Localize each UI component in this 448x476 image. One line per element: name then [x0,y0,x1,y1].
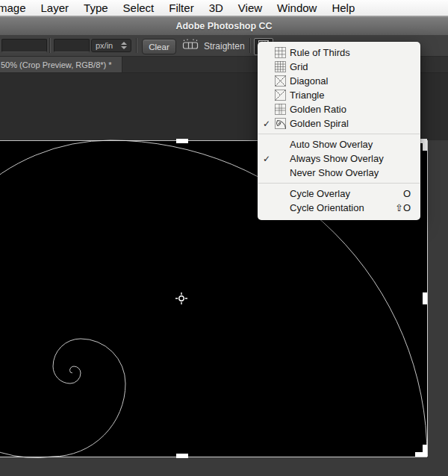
menu-item-label: Golden Spiral [290,118,420,129]
menu-item-label: Always Show Overlay [290,153,420,164]
overlay-options-menu: Rule of Thirds Grid Diagonal [258,42,420,220]
crop-width-field[interactable] [1,39,47,52]
menu-separator [258,134,420,134]
window-title: Adobe Photoshop CC [175,21,272,31]
menu-view[interactable]: View [231,1,270,14]
menu-item-diagonal[interactable]: Diagonal [258,74,420,88]
menu-filter[interactable]: Filter [161,1,201,14]
menu-item-never-show-overlay[interactable]: Never Show Overlay [258,166,420,180]
menu-type[interactable]: Type [76,1,116,14]
clear-button[interactable]: Clear [142,39,176,54]
photoshop-window: mage Layer Type Select Filter 3D View Wi… [0,0,448,476]
crop-handle-bottom[interactable] [176,454,188,458]
golden-ratio-icon [274,103,290,116]
checkmark: ✓ [258,119,274,129]
crop-handle-top-right[interactable] [423,139,427,151]
menu-item-label: Cycle Orientation [290,202,395,213]
diagonal-icon [274,75,290,87]
menu-item-label: Diagonal [290,75,420,87]
unit-label: px/in [96,41,113,50]
triangle-icon [274,89,290,101]
menu-item-rule-of-thirds[interactable]: Rule of Thirds [258,46,420,60]
menu-3d[interactable]: 3D [202,1,231,14]
golden-spiral-icon [274,117,290,130]
straighten-level-icon [181,38,199,54]
document-tab[interactable]: 50% (Crop Preview, RGB/8*) * [0,57,122,72]
straighten-label: Straighten [204,41,245,51]
crop-height-field[interactable] [54,39,90,52]
menu-separator [258,183,420,184]
menu-item-triangle[interactable]: Triangle [258,88,420,102]
crop-handle-right[interactable] [423,292,427,304]
menu-item-golden-ratio[interactable]: Golden Ratio [258,102,420,116]
menu-window[interactable]: Window [270,1,324,14]
menu-item-shortcut: ⇧O [395,202,420,213]
menu-help[interactable]: Help [324,1,362,14]
menu-item-label: Triangle [290,90,420,101]
crop-handle-top[interactable] [176,139,188,143]
menu-item-label: Never Show Overlay [290,167,420,178]
menu-item-label: Golden Ratio [290,104,420,115]
menu-item-label: Grid [290,61,420,72]
unit-select[interactable]: px/in [91,39,131,52]
menu-item-auto-show-overlay[interactable]: Auto Show Overlay [258,137,420,151]
menu-item-label: Cycle Overlay [290,188,403,199]
menu-item-shortcut: O [403,188,420,199]
grid-icon [274,60,290,73]
menu-item-cycle-overlay[interactable]: Cycle Overlay O [258,187,420,201]
menu-item-grid[interactable]: Grid [258,60,420,74]
options-divider [50,38,51,53]
checkmark: ✓ [258,154,274,164]
crop-handle-bottom-right[interactable] [423,445,427,457]
menu-layer[interactable]: Layer [34,1,77,14]
menu-item-always-show-overlay[interactable]: ✓ Always Show Overlay [258,151,420,166]
crop-border-right [427,140,428,457]
options-divider [250,38,251,53]
menu-item-label: Auto Show Overlay [290,139,420,150]
menu-image[interactable]: mage [0,1,34,14]
options-divider [137,38,137,53]
menu-item-cycle-orientation[interactable]: Cycle Orientation ⇧O [258,201,420,215]
document-tab-label: 50% (Crop Preview, RGB/8*) * [0,60,112,69]
crop-border-bottom [0,457,427,457]
stepper-arrows-icon [121,42,127,49]
window-titlebar: Adobe Photoshop CC [0,16,448,36]
menu-item-label: Rule of Thirds [290,47,420,58]
straighten-button[interactable]: Straighten [181,38,245,54]
menu-item-golden-spiral[interactable]: ✓ Golden Spiral [258,116,420,131]
macos-menubar: mage Layer Type Select Filter 3D View Wi… [0,0,448,16]
menu-select[interactable]: Select [116,1,162,14]
rule-of-thirds-icon [274,46,290,59]
